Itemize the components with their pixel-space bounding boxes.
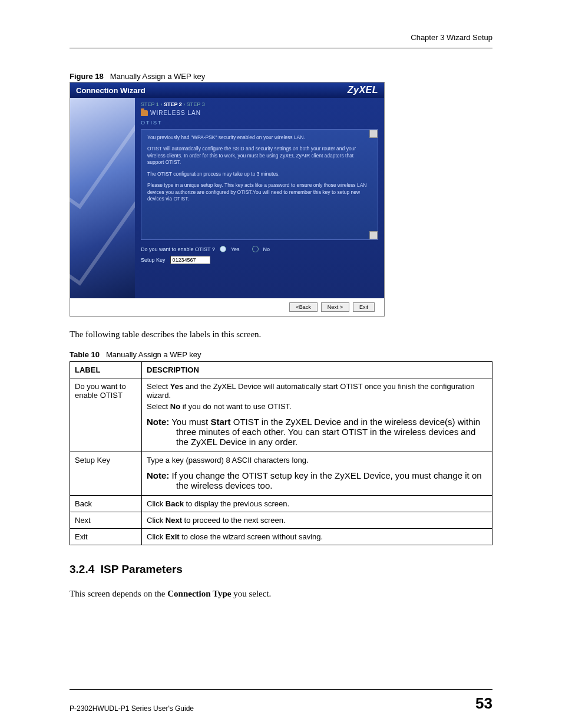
- note-prefix: Note:: [147, 470, 169, 480]
- step-breadcrumb: STEP 1 › STEP 2 › STEP 3: [141, 101, 378, 107]
- table-row: Back Click Back to display the previous …: [70, 496, 492, 512]
- note-prefix: Note:: [147, 417, 169, 427]
- wizard-titlebar: Connection Wizard ZyXEL: [70, 83, 384, 98]
- folder-icon: [141, 110, 148, 116]
- otist-info-pane: You previously had "WPA-PSK" security en…: [141, 129, 378, 240]
- intro-paragraph: The following table describes the labels…: [70, 330, 492, 340]
- setup-key-label: Setup Key: [141, 257, 166, 263]
- otist-question: Do you want to enable OTIST ?: [141, 246, 215, 252]
- text: you select.: [231, 589, 271, 598]
- guide-title: P-2302HWUDL-P1 Series User's Guide: [70, 704, 194, 713]
- otist-paragraph: The OTIST configuration process may take…: [147, 171, 367, 177]
- text: Select: [147, 382, 170, 391]
- otist-paragraph: OTIST will automatically configure the S…: [147, 146, 367, 166]
- text-bold: Back: [166, 499, 184, 508]
- text-bold: Start: [210, 417, 230, 427]
- wizard-side-graphic: [70, 98, 135, 298]
- table-row: Setup Key Type a key (password) 8 ASCII …: [70, 452, 492, 496]
- next-button[interactable]: Next >: [321, 302, 349, 312]
- otist-question-row: Do you want to enable OTIST ? Yes No: [141, 246, 378, 252]
- step-2: STEP 2: [164, 101, 182, 107]
- text-bold: Yes: [170, 382, 183, 391]
- radio-no-label: No: [263, 246, 270, 252]
- table-row: Next Click Next to proceed to the next s…: [70, 512, 492, 529]
- wizard-section-label: WIRELESS LAN: [150, 110, 201, 116]
- table-number: Table 10: [70, 350, 100, 359]
- step-arrow-icon: ›: [183, 101, 185, 107]
- description-table: LABEL DESCRIPTION Do you want to enable …: [70, 361, 492, 545]
- text-bold: Exit: [166, 532, 180, 541]
- text-bold: Connection Type: [167, 589, 231, 598]
- radio-yes[interactable]: [220, 246, 226, 252]
- radio-no[interactable]: [252, 246, 259, 252]
- row-label: Next: [70, 512, 142, 529]
- text: to close the wizard screen without savin…: [180, 532, 323, 541]
- back-button[interactable]: <Back: [289, 302, 317, 312]
- row-label: Setup Key: [70, 452, 142, 496]
- text: to proceed to the next screen.: [182, 516, 286, 525]
- scroll-down-icon[interactable]: [369, 231, 378, 239]
- text: Select: [147, 402, 170, 411]
- radio-yes-label: Yes: [231, 246, 240, 252]
- exit-button[interactable]: Exit: [353, 302, 375, 312]
- note-block: Note: You must Start OTIST in the ZyXEL …: [147, 417, 487, 447]
- col-header-description: DESCRIPTION: [142, 362, 492, 378]
- figure-caption: Figure 18 Manually Assign a WEP key: [70, 72, 492, 81]
- text: Click: [147, 516, 166, 525]
- row-description: Click Next to proceed to the next screen…: [142, 512, 492, 529]
- scroll-up-icon[interactable]: [369, 130, 378, 138]
- text: if you do not want to use OTIST.: [180, 402, 292, 411]
- row-description: Select Yes and the ZyXEL Device will aut…: [142, 378, 492, 452]
- section-number: 3.2.4: [70, 563, 94, 575]
- setup-key-row: Setup Key 01234567: [141, 256, 378, 264]
- note-block: Note: If you change the OTIST setup key …: [147, 470, 487, 490]
- setup-key-input[interactable]: 01234567: [170, 256, 210, 264]
- section-body: This screen depends on the Connection Ty…: [70, 589, 492, 599]
- step-1: STEP 1: [141, 101, 159, 107]
- text: to display the previous screen.: [184, 499, 289, 508]
- text: Click: [147, 532, 166, 541]
- row-label: Exit: [70, 529, 142, 545]
- wizard-button-row: <Back Next > Exit: [70, 298, 384, 316]
- table-row: Exit Click Exit to close the wizard scre…: [70, 529, 492, 545]
- text: If you change the OTIST setup key in the…: [169, 470, 481, 490]
- text-bold: No: [170, 402, 180, 411]
- step-3: STEP 3: [187, 101, 205, 107]
- brand-logo: ZyXEL: [348, 85, 378, 95]
- table-title: Manually Assign a WEP key: [106, 350, 201, 359]
- wizard-subsection: OTIST: [141, 120, 378, 126]
- table-row: Do you want to enable OTIST Select Yes a…: [70, 378, 492, 452]
- text: You must: [169, 417, 210, 427]
- chapter-label: Chapter 3 Wizard Setup: [411, 33, 492, 42]
- section-heading: 3.2.4 ISP Parameters: [70, 563, 492, 576]
- otist-paragraph: You previously had "WPA-PSK" security en…: [147, 134, 367, 141]
- col-header-label: LABEL: [70, 362, 142, 378]
- text-bold: Next: [166, 516, 182, 525]
- table-header-row: LABEL DESCRIPTION: [70, 362, 492, 378]
- text: This screen depends on the: [70, 589, 167, 598]
- figure-number: Figure 18: [70, 72, 104, 81]
- row-description: Type a key (password) 8 ASCII characters…: [142, 452, 492, 496]
- wizard-section-header: WIRELESS LAN: [141, 110, 378, 116]
- text: Type a key (password) 8 ASCII characters…: [147, 456, 487, 465]
- step-arrow-icon: ›: [160, 101, 162, 107]
- row-description: Click Exit to close the wizard screen wi…: [142, 529, 492, 545]
- row-label: Do you want to enable OTIST: [70, 378, 142, 452]
- otist-paragraph: Please type in a unique setup key. This …: [147, 182, 367, 202]
- chapter-header: Chapter 3 Wizard Setup: [70, 33, 492, 48]
- table-caption: Table 10 Manually Assign a WEP key: [70, 350, 492, 359]
- page-number: 53: [475, 694, 492, 713]
- text: and the ZyXEL Device will automatically …: [147, 382, 474, 400]
- row-label: Back: [70, 496, 142, 512]
- figure-title: Manually Assign a WEP key: [110, 72, 206, 81]
- text: Click: [147, 499, 166, 508]
- page-footer: P-2302HWUDL-P1 Series User's Guide 53: [70, 689, 492, 713]
- wizard-screenshot: Connection Wizard ZyXEL STEP 1 › STEP 2 …: [70, 82, 385, 317]
- section-title: ISP Parameters: [101, 563, 183, 575]
- row-description: Click Back to display the previous scree…: [142, 496, 492, 512]
